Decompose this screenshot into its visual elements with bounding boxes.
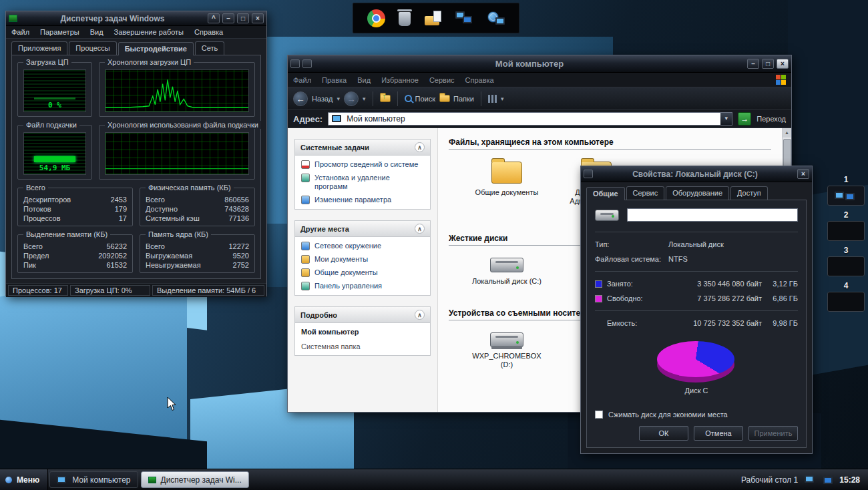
explorer-titlebar[interactable]: Мой компьютер – □ × — [288, 55, 791, 73]
type-row: Тип: Локальный диск — [595, 240, 798, 248]
views-button[interactable]: ▾ — [488, 95, 504, 103]
tab-sharing[interactable]: Доступ — [730, 186, 768, 200]
task-system-info[interactable]: Просмотр сведений о системе — [301, 160, 424, 169]
devices-icon[interactable] — [822, 475, 833, 484]
menu-file[interactable]: Файл — [293, 76, 311, 84]
collapse-icon[interactable]: ∧ — [415, 142, 425, 152]
collapse-icon[interactable]: ∧ — [415, 224, 425, 234]
close-button[interactable]: × — [797, 169, 809, 179]
pager-desktop-3[interactable]: 3 — [827, 246, 865, 276]
kernel-memory-group: Память ядра (КБ) Всего12272 Выгружаемая9… — [140, 234, 255, 273]
details-header[interactable]: Подробно ∧ — [295, 307, 430, 323]
menu-shutdown[interactable]: Завершение работы — [114, 28, 184, 36]
stat-row: Потоков179 — [23, 204, 127, 214]
volume-label-input[interactable] — [627, 208, 798, 222]
task-change-setting[interactable]: Изменение параметра — [301, 196, 424, 204]
minimize-button[interactable]: – — [747, 59, 759, 69]
divider — [397, 91, 398, 106]
back-dropdown-icon[interactable]: ▾ — [337, 95, 341, 102]
menu-view[interactable]: Вид — [90, 28, 103, 36]
menu-options[interactable]: Параметры — [40, 28, 79, 36]
tab-hardware[interactable]: Оборудование — [666, 186, 729, 200]
stat-row: Предел2092052 — [23, 251, 127, 260]
folders-button[interactable]: Папки — [439, 95, 474, 103]
drive-c-item[interactable]: Локальный диск (C:) — [467, 258, 546, 286]
drive-d-item[interactable]: WXP_CHROMEBOX (D:) — [467, 332, 546, 369]
clock[interactable]: 15:28 — [839, 475, 860, 485]
menu-file[interactable]: Файл — [11, 28, 29, 36]
pager-desktop-2[interactable]: 2 — [827, 210, 865, 241]
address-label: Адрес: — [293, 114, 322, 124]
pager-desktop-1[interactable]: 1 — [827, 175, 865, 206]
tab-general[interactable]: Общие — [586, 187, 625, 200]
search-button[interactable]: Поиск — [405, 95, 435, 103]
desktop-background[interactable]: Диспетчер задач Windows ^ – □ × Файл Пар… — [0, 0, 868, 490]
window-menu-button[interactable] — [584, 170, 593, 178]
place-my-documents[interactable]: Мои документы — [301, 255, 424, 264]
place-network[interactable]: Сетевое окружение — [301, 242, 424, 250]
task-manager-titlebar[interactable]: Диспетчер задач Windows ^ – □ × — [6, 11, 266, 26]
rollup-button[interactable]: ^ — [208, 13, 220, 23]
menu-edit[interactable]: Правка — [322, 76, 347, 84]
close-button[interactable]: × — [777, 59, 789, 69]
computer-icon — [57, 476, 67, 484]
computers-icon[interactable] — [455, 11, 473, 25]
scroll-up-icon[interactable]: ▲ — [783, 128, 792, 138]
pager-preview[interactable] — [827, 186, 865, 206]
taskbar-item-task-manager[interactable]: Диспетчер задач Wi... — [141, 471, 249, 488]
address-dropdown-button[interactable]: ▾ — [720, 113, 732, 125]
tab-network[interactable]: Сеть — [195, 41, 224, 55]
ok-button[interactable]: ОК — [639, 426, 688, 441]
pager-preview[interactable] — [827, 256, 865, 276]
folder-shared-documents[interactable]: Общие документы — [467, 162, 546, 206]
pager-preview[interactable] — [827, 292, 865, 312]
maximize-button[interactable]: □ — [762, 59, 774, 69]
tab-processes[interactable]: Процессы — [69, 41, 116, 55]
menu-favorites[interactable]: Избранное — [381, 76, 419, 84]
close-button[interactable]: × — [252, 13, 264, 23]
collapse-icon[interactable]: ∧ — [415, 310, 425, 320]
taskbar-item-my-computer[interactable]: Мой компьютер — [49, 471, 138, 488]
place-shared-documents[interactable]: Общие документы — [301, 268, 424, 277]
menu-tools[interactable]: Сервис — [429, 76, 455, 84]
network-globe-icon[interactable] — [487, 11, 505, 25]
pin-button[interactable] — [302, 59, 312, 68]
control-panel-icon — [301, 282, 310, 290]
window-menu-button[interactable] — [290, 59, 300, 68]
start-menu-button[interactable]: Меню — [0, 469, 48, 490]
pagefile-label: Файл подкачки — [23, 121, 79, 129]
tab-tools[interactable]: Сервис — [626, 186, 665, 200]
back-button[interactable]: ← — [293, 91, 308, 106]
cancel-button[interactable]: Отмена — [694, 426, 743, 441]
forward-dropdown-icon[interactable]: ▾ — [363, 95, 366, 102]
system-tasks-header[interactable]: Системные задачи ∧ — [295, 140, 430, 156]
menu-view[interactable]: Вид — [357, 76, 371, 84]
recycle-bin-icon[interactable] — [399, 12, 411, 26]
forward-button[interactable]: → — [344, 91, 359, 106]
windows-logo-icon — [776, 75, 786, 85]
tab-performance[interactable]: Быстродействие — [118, 42, 194, 55]
pager-desktop-4[interactable]: 4 — [827, 281, 865, 312]
task-manager-tabs: Приложения Процессы Быстродействие Сеть — [6, 39, 266, 55]
commit-memory-label: Выделение памяти (КБ) — [23, 230, 110, 238]
maximize-button[interactable]: □ — [237, 13, 249, 23]
documents-icon[interactable] — [425, 11, 442, 25]
pager-preview[interactable] — [827, 221, 865, 241]
menu-help[interactable]: Справка — [194, 28, 223, 36]
menu-help[interactable]: Справка — [465, 76, 494, 84]
up-button[interactable]: ↑ — [380, 95, 391, 102]
properties-titlebar[interactable]: Свойства: Локальный диск (C:) × — [581, 166, 812, 182]
address-combo[interactable]: Мой компьютер ▾ — [328, 112, 732, 126]
display-icon[interactable] — [805, 475, 815, 484]
place-control-panel[interactable]: Панель управления — [301, 282, 424, 290]
tab-applications[interactable]: Приложения — [11, 41, 67, 55]
minimize-button[interactable]: – — [222, 13, 234, 23]
chrome-icon[interactable] — [367, 9, 385, 27]
stat-row: Пик61532 — [23, 260, 127, 270]
compress-option[interactable]: Сжимать диск для экономии места — [595, 411, 798, 419]
other-places-header[interactable]: Другие места ∧ — [295, 221, 430, 237]
task-add-remove-programs[interactable]: Установка и удаление программ — [301, 174, 424, 191]
go-button[interactable]: → — [738, 112, 751, 126]
desktop-switcher-label[interactable]: Рабочий стол 1 — [741, 475, 798, 485]
compress-checkbox[interactable] — [595, 411, 603, 419]
